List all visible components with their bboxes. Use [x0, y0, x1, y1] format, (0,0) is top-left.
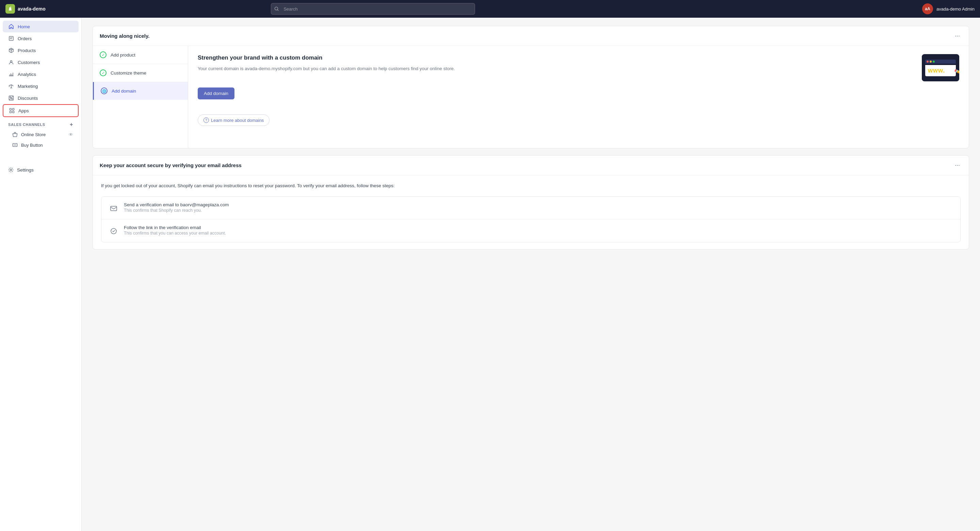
products-icon	[8, 47, 14, 53]
products-label: Products	[18, 48, 36, 53]
svg-rect-12	[111, 206, 117, 211]
detail-top: Strengthen your brand with a custom doma…	[198, 54, 959, 81]
sidebar-item-apps[interactable]: Apps	[3, 104, 79, 117]
card2-title: Keep your account secure by verifying yo…	[100, 163, 242, 168]
online-store-label: Online Store	[21, 132, 46, 137]
progress-item-customize-theme[interactable]: ✓ Customize theme	[93, 64, 188, 82]
buy-button-label: Buy Button	[21, 143, 43, 148]
security-body: If you get locked out of your account, S…	[93, 175, 969, 249]
progress-container: ✓ Add product ✓ Customize theme 🌐 Add do…	[93, 46, 969, 148]
svg-point-3	[10, 97, 11, 98]
search-bar[interactable]	[271, 3, 475, 14]
top-navigation: avada-demo aA avada-demo Admin	[0, 0, 980, 18]
sidebar-item-analytics[interactable]: Analytics	[3, 69, 79, 80]
security-description: If you get locked out of your account, S…	[101, 182, 961, 190]
sidebar-item-discounts[interactable]: Discounts	[3, 92, 79, 104]
email-icon	[108, 203, 119, 214]
sidebar-item-orders[interactable]: Orders	[3, 33, 79, 44]
customers-label: Customers	[18, 60, 40, 65]
progress-item-add-domain[interactable]: 🌐 Add domain	[93, 82, 188, 100]
buy-button-icon	[12, 142, 18, 148]
sidebar-item-marketing[interactable]: Marketing	[3, 80, 79, 92]
admin-name: avada-demo Admin	[937, 6, 975, 11]
add-product-label: Add product	[111, 53, 135, 57]
card2-more-button[interactable]: ···	[953, 161, 962, 169]
settings-label: Settings	[17, 167, 34, 172]
svg-point-2	[11, 61, 12, 62]
check-done-icon-2: ✓	[100, 69, 107, 76]
customers-icon	[8, 59, 14, 65]
apps-icon	[9, 108, 15, 114]
settings-icon	[8, 167, 14, 172]
progress-item-add-product[interactable]: ✓ Add product	[93, 46, 188, 64]
sidebar-item-settings[interactable]: Settings	[3, 164, 79, 175]
sales-channels-section: SALES CHANNELS +	[3, 118, 79, 129]
store-icon	[12, 132, 18, 137]
orders-icon	[8, 35, 14, 41]
spacer	[198, 104, 959, 107]
marketing-icon	[8, 83, 14, 89]
sidebar-item-products[interactable]: Products	[3, 45, 79, 56]
main-layout: Home Orders Products	[0, 18, 980, 531]
progress-card: Moving along nicely. ··· ✓ Add product ✓…	[92, 26, 969, 148]
add-sales-channel-button[interactable]: +	[70, 121, 73, 128]
search-input[interactable]	[271, 3, 475, 14]
brand-name: avada-demo	[18, 6, 46, 11]
svg-point-11	[10, 169, 12, 171]
link-icon	[108, 226, 119, 236]
card1-more-button[interactable]: ···	[953, 32, 962, 40]
sidebar-item-online-store[interactable]: Online Store 👁	[3, 129, 79, 140]
www-text: www.	[928, 67, 953, 74]
step-0-sub: This confirms that Shopify can reach you…	[124, 208, 229, 213]
svg-rect-6	[10, 108, 11, 110]
add-domain-label: Add domain	[111, 88, 136, 94]
svg-rect-8	[10, 111, 11, 113]
sidebar-item-buy-button[interactable]: Buy Button	[3, 140, 79, 150]
discounts-icon	[8, 95, 14, 101]
detail-title: Strengthen your brand with a custom doma…	[198, 54, 915, 62]
card1-title: Moving along nicely.	[100, 33, 150, 39]
marketing-label: Marketing	[18, 84, 38, 89]
globe-icon: 🌐	[101, 88, 108, 94]
avatar[interactable]: aA	[922, 3, 933, 14]
svg-rect-1	[9, 37, 13, 40]
progress-list: ✓ Add product ✓ Customize theme 🌐 Add do…	[93, 46, 188, 148]
sidebar-item-customers[interactable]: Customers	[3, 56, 79, 68]
step-1-text: Follow the link in the verification emai…	[124, 225, 226, 236]
svg-rect-7	[13, 108, 14, 110]
analytics-label: Analytics	[18, 72, 36, 77]
detail-description: Your current domain is avada-demo.myshop…	[198, 65, 915, 72]
topnav-right: aA avada-demo Admin	[922, 3, 975, 14]
card2-header: Keep your account secure by verifying yo…	[93, 156, 969, 175]
discounts-label: Discounts	[18, 96, 38, 101]
svg-point-4	[11, 98, 13, 99]
brand-logo[interactable]: avada-demo	[5, 4, 46, 14]
learn-more-link[interactable]: ? Learn more about domains	[198, 114, 269, 126]
check-done-icon: ✓	[100, 51, 107, 58]
svg-rect-9	[13, 111, 14, 113]
verification-step-0: Send a verification email to baorv@magep…	[102, 197, 960, 220]
eye-icon: 👁	[69, 132, 73, 137]
analytics-icon	[8, 71, 14, 77]
customize-theme-label: Customize theme	[111, 70, 146, 76]
detail-text: Strengthen your brand with a custom doma…	[198, 54, 915, 72]
security-card: Keep your account secure by verifying yo…	[92, 155, 969, 249]
verification-steps: Send a verification email to baorv@magep…	[101, 196, 961, 242]
sidebar: Home Orders Products	[0, 18, 82, 531]
step-1-main: Follow the link in the verification emai…	[124, 225, 226, 230]
home-label: Home	[18, 24, 30, 29]
orders-label: Orders	[18, 36, 32, 41]
home-icon	[8, 24, 14, 30]
progress-detail: Strengthen your brand with a custom doma…	[188, 46, 969, 148]
sales-channels-title: SALES CHANNELS	[8, 123, 45, 127]
apps-label: Apps	[18, 108, 29, 113]
card1-header: Moving along nicely. ···	[93, 26, 969, 46]
step-0-main: Send a verification email to baorv@magep…	[124, 202, 229, 207]
info-icon: ?	[204, 118, 209, 123]
main-content: Moving along nicely. ··· ✓ Add product ✓…	[82, 18, 980, 531]
learn-more-label: Learn more about domains	[211, 118, 264, 123]
shopify-logo-icon	[5, 4, 15, 14]
sidebar-item-home[interactable]: Home	[3, 21, 79, 32]
add-domain-button[interactable]: Add domain	[198, 88, 234, 99]
search-icon	[274, 6, 279, 11]
